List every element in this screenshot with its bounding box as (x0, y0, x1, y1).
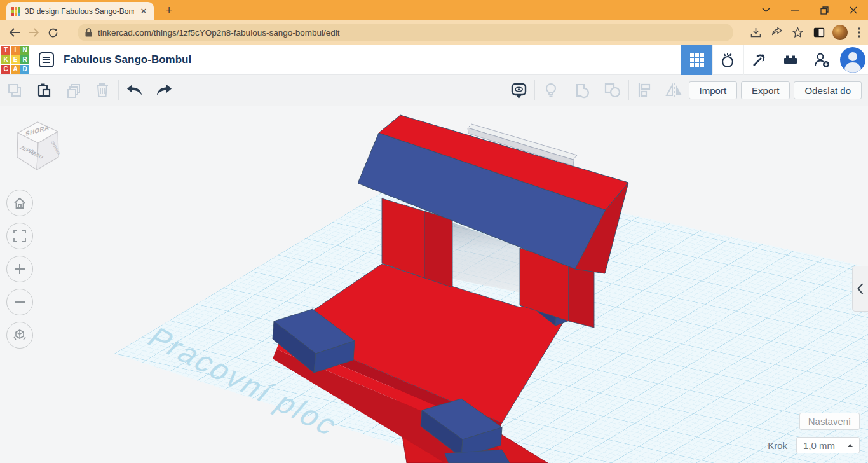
perspective-toggle-button[interactable] (6, 322, 33, 349)
window-menu-chevron-icon[interactable] (751, 0, 780, 20)
design-menu-icon[interactable] (37, 50, 56, 69)
side-panel-icon[interactable] (808, 23, 829, 42)
logo-tile-T: T (1, 46, 10, 55)
import-button[interactable]: Import (689, 81, 738, 99)
grid-settings-button[interactable]: Nastavení (799, 413, 860, 430)
new-tab-button[interactable]: + (163, 4, 175, 17)
logo-tile-K (11, 10, 14, 13)
browser-profile-avatar[interactable] (829, 23, 850, 42)
duplicate-button[interactable] (58, 75, 88, 106)
browser-tab[interactable]: 3D design Fabulous Sango-Bomb ✕ (6, 2, 154, 20)
url-text: tinkercad.com/things/1zf5cYOp2n8-fabulou… (98, 28, 339, 38)
window-close-button[interactable] (839, 0, 868, 20)
copy-button[interactable] (0, 75, 29, 106)
fit-view-button[interactable] (6, 223, 33, 249)
shapes-panel-button[interactable] (681, 45, 712, 75)
logo-tile-N (18, 7, 20, 10)
logo-tile-A: A (11, 65, 20, 74)
snap-step-value: 1,0 mm (803, 440, 835, 451)
export-button[interactable]: Export (741, 81, 790, 99)
logo-tile-A (15, 13, 17, 16)
avatar-icon (839, 46, 866, 73)
lego-brick-icon (782, 52, 799, 68)
design-canvas[interactable]: Pracovní ploc (0, 106, 868, 463)
zoom-in-button[interactable] (6, 256, 33, 282)
chevron-left-icon (857, 283, 864, 294)
lock-icon (85, 28, 92, 37)
mirror-button[interactable] (660, 75, 689, 106)
logo-tile-C: C (1, 65, 10, 74)
minecraft-export-button[interactable] (743, 45, 775, 75)
back-button[interactable] (5, 23, 24, 42)
paste-button[interactable] (29, 75, 58, 106)
caret-up-icon (848, 444, 853, 447)
undo-button[interactable] (120, 75, 149, 106)
browser-address-bar-row: tinkercad.com/things/1zf5cYOp2n8-fabulou… (0, 20, 868, 45)
logo-tile-I: I (11, 46, 20, 55)
view-cube[interactable]: SHORA ZEPŘEDU ZPRAVA (8, 113, 69, 176)
logo-tile-D (18, 13, 20, 16)
expand-panel-tab[interactable] (852, 266, 868, 312)
reload-button[interactable] (43, 23, 62, 42)
logo-tile-N: N (20, 46, 29, 55)
app-header: TINKERCAD Fabulous Sango-Bombul (0, 45, 868, 75)
bricks-mode-button[interactable] (775, 45, 806, 75)
browser-tab-bar: 3D design Fabulous Sango-Bomb ✕ + (0, 0, 868, 20)
user-avatar[interactable] (837, 45, 868, 75)
pickaxe-icon (751, 52, 768, 68)
zoom-out-button[interactable] (6, 289, 33, 315)
snap-step-select[interactable]: 1,0 mm (796, 437, 860, 453)
logo-tile-D: D (20, 65, 29, 74)
edit-toolbar: Import Export Odeslat do (0, 75, 868, 106)
share-icon[interactable] (766, 23, 787, 42)
logo-tile-K: K (1, 55, 10, 64)
send-to-button[interactable]: Odeslat do (794, 81, 862, 99)
align-button[interactable] (630, 75, 660, 106)
delete-button[interactable] (88, 75, 117, 106)
sim-lab-icon (720, 52, 736, 68)
design-title[interactable]: Fabulous Sango-Bombul (64, 53, 191, 66)
snap-step-label: Krok (768, 440, 787, 451)
tinkercad-favicon (11, 7, 20, 16)
show-all-button[interactable] (536, 75, 566, 106)
browser-menu-icon[interactable] (850, 23, 868, 42)
tinkercad-logo[interactable]: TINKERCAD (1, 46, 29, 74)
group-button[interactable] (569, 75, 598, 106)
scene-3d: Pracovní ploc (0, 106, 868, 463)
logo-tile-R (18, 10, 20, 13)
redo-button[interactable] (149, 75, 179, 106)
tab-title: 3D design Fabulous Sango-Bomb (25, 7, 134, 16)
logo-tile-E: E (11, 55, 20, 64)
logo-tile-I (15, 7, 17, 10)
forward-button[interactable] (24, 23, 43, 42)
logo-tile-C (11, 13, 14, 16)
logo-tile-T (11, 7, 14, 10)
grid-icon (690, 53, 704, 67)
invite-collaborator-button[interactable] (806, 45, 837, 75)
home-view-button[interactable] (6, 190, 33, 216)
tab-close-icon[interactable]: ✕ (139, 6, 149, 16)
bookmark-star-icon[interactable] (787, 23, 808, 42)
url-input[interactable]: tinkercad.com/things/1zf5cYOp2n8-fabulou… (78, 24, 733, 41)
logo-tile-R: R (20, 55, 29, 64)
notes-button[interactable] (504, 75, 533, 106)
logo-tile-E (15, 10, 17, 13)
ungroup-button[interactable] (598, 75, 627, 106)
window-restore-button[interactable] (810, 0, 839, 20)
add-person-icon (813, 52, 831, 69)
window-minimize-button[interactable] (780, 0, 810, 20)
sim-lab-button[interactable] (712, 45, 743, 75)
download-icon[interactable] (745, 23, 766, 42)
